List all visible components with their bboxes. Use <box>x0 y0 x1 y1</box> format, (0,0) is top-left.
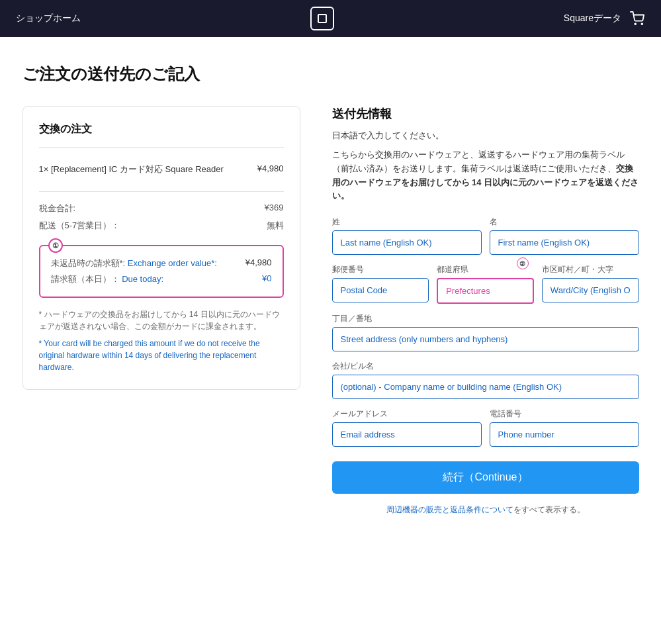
unreturned-label-jp: 未返品時の請求額*: <box>51 258 126 268</box>
tax-value: ¥369 <box>265 203 284 214</box>
order-item-label: 1× [Replacement] IC カード対応 Square Reader <box>39 163 257 175</box>
unreturned-label-en: Exchange order value*: <box>128 258 217 268</box>
phone-label: 電話番号 <box>490 408 639 420</box>
item-price: ¥4,980 <box>257 163 284 173</box>
last-name-input[interactable] <box>332 230 482 255</box>
content-layout: 交換の注文 1× [Replacement] IC カード対応 Square R… <box>22 106 639 516</box>
right-panel: 送付先情報 日本語で入力してください。 こちらから交換用のハードウェアと、返送す… <box>332 106 639 516</box>
unreturned-row: 未返品時の請求額*: Exchange order value*: ¥4,980 <box>51 255 272 271</box>
order-item: 1× [Replacement] IC カード対応 Square Reader … <box>39 156 284 183</box>
city-group: 市区町村／町・大字 <box>542 264 639 304</box>
company-input[interactable] <box>332 375 639 399</box>
due-value: ¥0 <box>262 273 271 285</box>
last-name-label: 姓 <box>332 216 482 228</box>
form-subtitle: 日本語で入力してください。 <box>332 130 639 142</box>
shipping-row: 配送（5-7営業日）： 無料 <box>39 217 284 234</box>
street-input[interactable] <box>332 327 639 351</box>
postal-code-label: 郵便番号 <box>332 264 429 275</box>
email-group: メールアドレス <box>332 408 482 447</box>
submit-button[interactable]: 続行（Continue） <box>332 461 639 494</box>
postal-code-group: 郵便番号 <box>332 264 429 304</box>
cart-icon[interactable] <box>629 11 645 26</box>
svg-point-1 <box>641 23 642 24</box>
form-section-title: 送付先情報 <box>332 106 639 122</box>
order-summary: 税金合計: ¥369 配送（5-7営業日）： 無料 <box>39 200 284 234</box>
phone-group: 電話番号 <box>490 408 639 447</box>
email-label: メールアドレス <box>332 408 482 420</box>
footer-link-area: 周辺機器の販売と返品条件についてをすべて表示する。 <box>332 504 639 516</box>
street-group: 丁目／番地 <box>332 313 639 351</box>
svg-point-0 <box>635 23 636 24</box>
prefecture-label: 都道府県 ② <box>437 264 534 275</box>
name-row: 姓 名 <box>332 216 639 255</box>
form-description: こちらから交換用のハードウェアと、返送するハードウェア用の集荷ラベル（前払い済み… <box>332 148 639 203</box>
item-name: [Replacement] IC カード対応 Square Reader <box>51 164 224 174</box>
shipping-label: 配送（5-7営業日）： <box>39 220 120 232</box>
due-label-jp: 請求額（本日）： <box>51 274 120 284</box>
order-card-title: 交換の注文 <box>39 122 284 136</box>
highlight-box: ① 未返品時の請求額*: Exchange order value*: ¥4,9… <box>39 245 284 298</box>
due-labels: 請求額（本日）： Due today: <box>51 273 164 285</box>
footer-link-after: をすべて表示する。 <box>513 505 585 514</box>
last-name-group: 姓 <box>332 216 482 255</box>
highlight-badge-1: ① <box>48 238 63 253</box>
address-row-1: 郵便番号 都道府県 ② 市区町村／町・大字 <box>332 264 639 304</box>
page-title: ご注文の送付先のご記入 <box>22 64 639 85</box>
phone-input[interactable] <box>490 422 639 447</box>
prefecture-badge: ② <box>517 257 529 269</box>
shipping-value: 無料 <box>267 220 284 232</box>
prefecture-group: 都道府県 ② <box>437 264 534 304</box>
unreturned-labels: 未返品時の請求額*: Exchange order value*: <box>51 257 217 269</box>
first-name-input[interactable] <box>490 230 639 255</box>
postal-code-input[interactable] <box>332 278 429 302</box>
main-content: ご注文の送付先のご記入 交換の注文 1× [Replacement] IC カー… <box>7 37 655 542</box>
unreturned-value: ¥4,980 <box>245 257 272 269</box>
desc-part1: こちらから交換用のハードウェアと、返送するハードウェア用の集荷ラベル（前払い済み… <box>332 150 625 173</box>
header: ショップホーム Squareデータ <box>0 0 661 37</box>
prefecture-input[interactable] <box>437 278 534 304</box>
first-name-label: 名 <box>490 216 639 228</box>
item-qty: 1× <box>39 164 49 174</box>
prefecture-label-text: 都道府県 <box>437 265 468 274</box>
due-label-en: Due today: <box>122 274 163 284</box>
order-card: 交換の注文 1× [Replacement] IC カード対応 Square R… <box>22 106 300 390</box>
header-right: Squareデータ <box>564 11 645 26</box>
city-input[interactable] <box>542 278 639 302</box>
order-divider-2 <box>39 191 284 192</box>
tax-row: 税金合計: ¥369 <box>39 200 284 217</box>
contact-row: メールアドレス 電話番号 <box>332 408 639 447</box>
tax-label: 税金合計: <box>39 203 76 214</box>
street-label: 丁目／番地 <box>332 313 639 324</box>
note-en: * Your card will be charged this amount … <box>39 338 284 373</box>
footer-link[interactable]: 周辺機器の販売と返品条件について <box>386 505 513 514</box>
first-name-group: 名 <box>490 216 639 255</box>
logo-inner <box>318 14 327 23</box>
company-group: 会社/ビル名 <box>332 361 639 399</box>
square-logo <box>310 7 334 30</box>
company-label: 会社/ビル名 <box>332 361 639 372</box>
left-panel: 交換の注文 1× [Replacement] IC カード対応 Square R… <box>22 106 300 390</box>
square-data-label: Squareデータ <box>564 13 621 24</box>
shop-home-link[interactable]: ショップホーム <box>16 13 81 24</box>
order-divider <box>39 147 284 148</box>
note-jp: * ハードウェアの交換品をお届けしてから 14 日以内に元のハードウェアが返送さ… <box>39 308 284 332</box>
email-input[interactable] <box>332 422 482 447</box>
city-label: 市区町村／町・大字 <box>542 264 639 275</box>
due-row: 請求額（本日）： Due today: ¥0 <box>51 271 272 287</box>
